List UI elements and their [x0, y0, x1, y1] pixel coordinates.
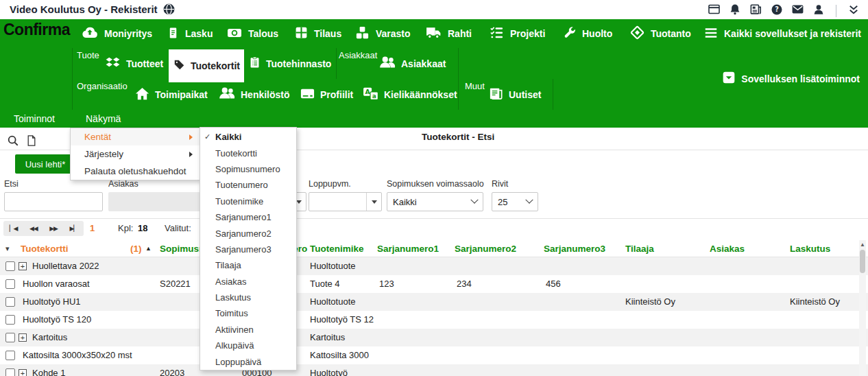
row-checkbox[interactable] — [5, 333, 15, 342]
rivit-select[interactable]: 25 — [492, 192, 538, 211]
table-row[interactable]: Kohde 1 20203 000100 Huoltotyö — [0, 364, 868, 376]
submenu-item-label: Asiakas — [215, 277, 247, 287]
submenu-item-sarjanumero1[interactable]: Sarjanumero1 — [200, 209, 296, 225]
row-checkbox[interactable] — [5, 351, 15, 360]
expand-icon[interactable] — [19, 262, 27, 270]
kentat-submenu: Kaikki Tuotekortti Sopimusnumero Tuotenu… — [200, 127, 297, 371]
current-page-number[interactable]: 1 — [90, 221, 95, 236]
nav-item-lasku[interactable]: Lasku — [167, 19, 213, 48]
double-chevron-down-icon[interactable] — [847, 3, 860, 19]
window-title: Video Koulutus Oy - Rekisterit — [10, 0, 158, 19]
subnav-item-asiakkaat[interactable]: Asiakkaat — [378, 48, 446, 79]
subnav-item-tuotteet[interactable]: Tuotteet — [104, 48, 163, 79]
row-checkbox[interactable] — [5, 279, 15, 289]
loppupvm-combo[interactable] — [309, 192, 382, 211]
menu-item-palauta-oletushakuehdot[interactable]: Palauta oletushakuehdot — [71, 163, 200, 180]
column-header-sarjanumero3[interactable]: Sarjanumero3 — [544, 240, 605, 257]
subnav-item-tuotekortit-selected[interactable]: Tuotekortit — [169, 49, 244, 82]
submenu-item-sopimusnumero[interactable]: Sopimusnumero — [200, 161, 296, 177]
expand-icon[interactable] — [19, 333, 27, 342]
subnav-item-uutiset[interactable]: Uutiset — [488, 79, 541, 110]
submenu-item-laskutus[interactable]: Laskutus — [200, 290, 296, 305]
column-header-sarjanumero2[interactable]: Sarjanumero2 — [455, 240, 516, 257]
bell-icon[interactable] — [729, 3, 741, 19]
menubar-nakyma[interactable]: Näkymä — [86, 110, 121, 128]
subnav-item-toimipaikat[interactable]: Toimipaikat — [134, 79, 208, 110]
table-row[interactable]: Huollon varaosat S20221 Tuote 4 123 234 … — [0, 275, 868, 293]
row-checkbox[interactable] — [5, 315, 15, 325]
nav-item-moniyritys[interactable]: Moniyritys — [81, 19, 152, 48]
submenu-item-tuotenimike[interactable]: Tuotenimike — [200, 193, 296, 209]
expand-icon[interactable] — [19, 369, 27, 376]
next-page-button[interactable] — [49, 221, 58, 236]
voimassaolo-select[interactable]: Kaikki — [387, 192, 483, 211]
nav-item-talous[interactable]: Talous — [226, 19, 278, 48]
column-menu-caret-icon[interactable]: ▾ — [5, 240, 10, 257]
submenu-item-tuotekortti[interactable]: Tuotekortti — [200, 145, 296, 161]
subnav-item-kielikaannokset[interactable]: Aa Kielikäännökset — [362, 79, 457, 110]
submenu-item-sarjanumero2[interactable]: Sarjanumero2 — [200, 225, 296, 241]
scroll-up-icon[interactable]: ▲ — [859, 242, 866, 248]
submenu-item-kaikki[interactable]: Kaikki — [200, 129, 296, 145]
submenu-item-toimitus[interactable]: Toimitus — [200, 305, 296, 321]
new-document-icon[interactable] — [26, 134, 37, 150]
menu-item-kentat[interactable]: Kentät — [71, 128, 200, 145]
app-extra-functions[interactable]: Sovelluksen lisätoiminnot — [722, 71, 860, 86]
row-checkbox[interactable] — [5, 297, 15, 307]
window-icon[interactable] — [708, 3, 721, 19]
nav-item-rahti[interactable]: Rahti — [425, 19, 472, 48]
menubar-toiminnot[interactable]: Toiminnot — [14, 110, 55, 128]
column-header-tilaaja[interactable]: Tilaaja — [625, 240, 654, 257]
column-header-laskutus[interactable]: Laskutus — [790, 240, 830, 257]
subnav-item-profiilit[interactable]: Profiilit — [300, 79, 353, 110]
help-icon[interactable]: ? — [771, 3, 783, 19]
caret-down-icon[interactable] — [366, 193, 381, 211]
last-page-button[interactable] — [69, 221, 77, 236]
globe-icon[interactable] — [162, 3, 176, 19]
nav-item-huolto[interactable]: Huolto — [562, 19, 612, 48]
row-checkbox[interactable] — [5, 261, 15, 271]
table-row[interactable]: Kattosilta 3000x350x20 mst Kattosilta 30… — [0, 346, 868, 364]
submenu-item-tilaaja[interactable]: Tilaaja — [200, 257, 296, 273]
news-icon[interactable] — [749, 3, 762, 19]
vertical-scrollbar[interactable]: ▲ — [859, 240, 866, 376]
table-row[interactable]: Kartoitus Kartoitus — [0, 329, 868, 346]
tag-icon — [173, 58, 186, 73]
grid-icon — [294, 25, 309, 42]
row-checkbox[interactable] — [5, 368, 15, 376]
table-row[interactable]: Huollettava 2022 Huoltotuote — [0, 257, 868, 275]
column-header-asiakas[interactable]: Asiakas — [710, 240, 745, 257]
previous-page-button[interactable] — [29, 221, 38, 236]
first-page-button[interactable] — [10, 221, 18, 236]
submenu-item-aktiivinen[interactable]: Aktiivinen — [200, 322, 296, 338]
brand-logo[interactable]: Confirma — [3, 21, 70, 39]
new-sheet-button[interactable]: Uusi lehti* — [15, 154, 75, 174]
table-row[interactable]: Huoltotyö HU1 Huoltotuote Kiinteistö Oy … — [0, 293, 868, 311]
scrollbar-thumb[interactable] — [860, 250, 865, 273]
subnav-item-tuotehinnasto[interactable]: Tuotehinnasto — [248, 48, 331, 79]
table-row[interactable]: Huoltotyö TS 120 Huoltotyö TS 12 — [0, 311, 868, 329]
submenu-item-sarjanumero3[interactable]: Sarjanumero3 — [200, 242, 296, 257]
nav-item-varasto[interactable]: Varasto — [354, 19, 411, 48]
sort-asc-icon[interactable]: ▲ — [145, 240, 152, 257]
submenu-item-asiakas[interactable]: Asiakas — [200, 274, 296, 290]
nav-item-tuotanto[interactable]: Tuotanto — [629, 19, 691, 48]
submenu-item-tuotenumero[interactable]: Tuotenumero — [200, 177, 296, 193]
etsi-input[interactable] — [4, 192, 103, 211]
nav-group-label-asiakkaat: Asiakkaat — [339, 50, 377, 60]
submenu-item-label: Sarjanumero1 — [215, 212, 272, 222]
nav-item-all-apps[interactable]: Kaikki sovellukset ja rekisterit — [703, 19, 861, 48]
column-header-tuotekortti[interactable]: Tuotekortti — [21, 240, 69, 257]
column-header-sarjanumero1[interactable]: Sarjanumero1 — [377, 240, 439, 257]
cell-tuotekortti: Kattosilta 3000x350x20 mst — [23, 346, 132, 364]
search-icon[interactable] — [7, 134, 19, 150]
user-icon[interactable] — [812, 3, 825, 19]
nav-item-tilaus[interactable]: Tilaus — [294, 19, 341, 48]
subnav-item-henkilosto[interactable]: Henkilöstö — [218, 79, 290, 110]
column-header-tuotenimike[interactable]: Tuotenimike — [310, 240, 364, 257]
menu-item-jarjestely[interactable]: Järjestely — [71, 145, 200, 163]
submenu-item-loppupaiva[interactable]: Loppupäivä — [200, 353, 296, 369]
submenu-item-alkupaiva[interactable]: Alkupäivä — [200, 338, 296, 353]
mail-icon[interactable] — [791, 3, 804, 19]
nav-item-projekti[interactable]: Projekti — [489, 19, 545, 48]
